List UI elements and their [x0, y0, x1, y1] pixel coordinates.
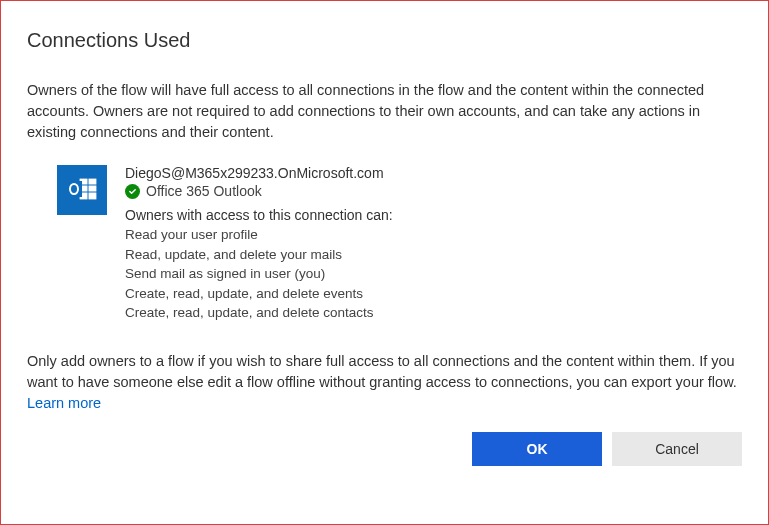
check-icon: [125, 184, 140, 199]
permission-item: Create, read, update, and delete events: [125, 284, 393, 304]
permissions-list: Read your user profileRead, update, and …: [125, 225, 393, 323]
connection-block: DiegoS@M365x299233.OnMicrosoft.com Offic…: [57, 165, 742, 323]
outlook-icon: [57, 165, 107, 215]
connection-service-name: Office 365 Outlook: [146, 183, 262, 199]
permission-item: Send mail as signed in user (you): [125, 264, 393, 284]
permissions-header: Owners with access to this connection ca…: [125, 207, 393, 223]
connection-email: DiegoS@M365x299233.OnMicrosoft.com: [125, 165, 393, 181]
dialog-description: Owners of the flow will have full access…: [27, 80, 742, 143]
footer-text: Only add owners to a flow if you wish to…: [27, 351, 742, 414]
connection-details: DiegoS@M365x299233.OnMicrosoft.com Offic…: [125, 165, 393, 323]
dialog-title: Connections Used: [27, 29, 742, 52]
cancel-button[interactable]: Cancel: [612, 432, 742, 466]
permission-item: Read, update, and delete your mails: [125, 245, 393, 265]
ok-button[interactable]: OK: [472, 432, 602, 466]
permission-item: Create, read, update, and delete contact…: [125, 303, 393, 323]
learn-more-link[interactable]: Learn more: [27, 395, 101, 411]
footer-body: Only add owners to a flow if you wish to…: [27, 353, 737, 390]
button-row: OK Cancel: [27, 432, 742, 466]
permission-item: Read your user profile: [125, 225, 393, 245]
connection-service-row: Office 365 Outlook: [125, 183, 393, 199]
